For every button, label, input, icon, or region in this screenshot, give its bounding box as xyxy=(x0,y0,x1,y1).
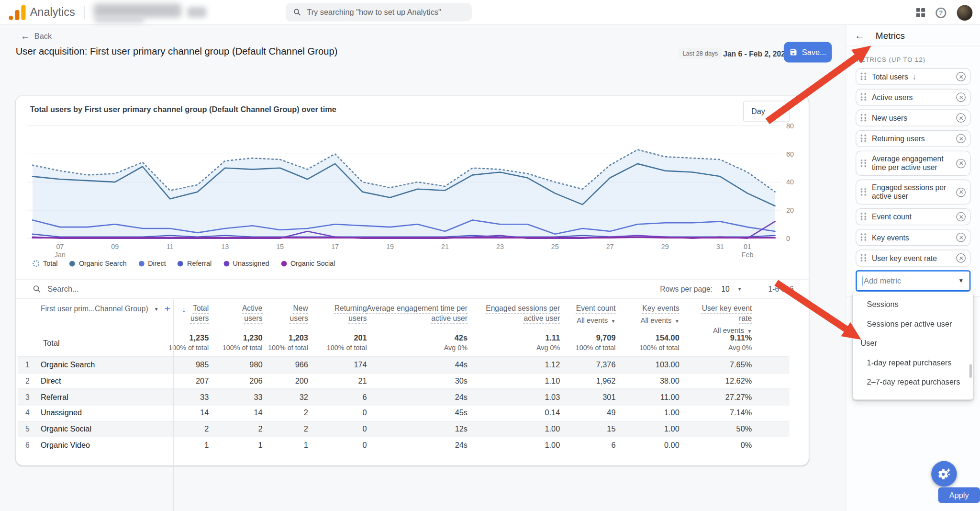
metric-chip-label: Total users xyxy=(872,72,908,81)
legend-item[interactable]: Organic Social xyxy=(281,260,335,267)
report-card: Total users by First user primary channe… xyxy=(16,96,809,466)
drag-handle-icon[interactable] xyxy=(861,93,867,102)
add-metric-placeholder: Add metric xyxy=(864,276,958,285)
table-row[interactable]: 3Referral333332624s1.0330111.0027.27% xyxy=(18,389,790,405)
column-header[interactable]: Key eventsAll events▼ xyxy=(640,303,679,326)
total-cell: 1,230100% of total xyxy=(223,333,263,352)
legend-item[interactable]: Organic Search xyxy=(69,260,126,267)
drag-handle-icon[interactable] xyxy=(861,159,867,167)
dropdown-option[interactable]: 2–7-day repeat purchasers xyxy=(853,372,973,391)
remove-metric-icon[interactable] xyxy=(956,113,966,123)
dropdown-option[interactable]: Sessions xyxy=(853,295,973,314)
column-header[interactable]: Average engagement time per active user xyxy=(367,303,468,323)
remove-metric-icon[interactable] xyxy=(956,253,966,263)
metric-cell: 1.00 xyxy=(664,409,679,417)
dropdown-option[interactable]: 1-day repeat purchasers xyxy=(853,353,973,372)
column-header[interactable]: Total users xyxy=(190,303,209,323)
channel-name: Organic Social xyxy=(41,425,91,433)
drag-handle-icon[interactable] xyxy=(861,135,867,143)
metric-cell: 1.03 xyxy=(545,393,560,401)
drag-handle-icon[interactable] xyxy=(861,213,867,221)
column-header[interactable]: New users xyxy=(290,303,308,323)
panel-back-icon[interactable]: ← xyxy=(854,29,865,42)
row-number: 5 xyxy=(18,425,37,433)
avatar[interactable] xyxy=(957,5,973,21)
remove-metric-icon[interactable] xyxy=(956,134,966,144)
date-range[interactable]: Jan 6 - Feb 2, 2025 xyxy=(723,49,790,58)
metric-chip[interactable]: New users xyxy=(856,110,970,126)
svg-text:27: 27 xyxy=(606,243,614,250)
remove-metric-icon[interactable] xyxy=(956,92,966,102)
help-icon[interactable]: ? xyxy=(935,7,946,18)
dropdown-scrollbar[interactable] xyxy=(969,364,972,378)
metric-chip[interactable]: Key events xyxy=(856,229,970,246)
table-row[interactable]: 5Organic Social222012s1.00151.0050% xyxy=(18,421,790,437)
dimension-header[interactable]: First user prim...Channel Group)▼+ xyxy=(41,303,170,315)
events-filter[interactable]: All events▼ xyxy=(576,315,616,327)
metric-chip[interactable]: Average engagement time per active user xyxy=(856,151,970,176)
metric-chip[interactable]: Active users xyxy=(856,89,970,105)
column-header[interactable]: Active users xyxy=(242,303,263,323)
drag-handle-icon[interactable] xyxy=(861,114,867,122)
rows-per-page-value[interactable]: 10 xyxy=(721,284,729,293)
apply-button[interactable]: Apply xyxy=(938,487,980,503)
table-search-input[interactable]: Search... xyxy=(47,284,78,293)
table-toolbar: Search... Rows per page: 10 ▼ 1-6 of 6 xyxy=(16,279,809,299)
account-selector-redacted[interactable] xyxy=(94,4,181,18)
legend-dot-icon xyxy=(281,261,287,266)
add-metric-caret-icon[interactable]: ▼ xyxy=(958,278,964,284)
property-badge-redacted xyxy=(188,7,206,17)
back-button[interactable]: ←Back xyxy=(21,32,52,41)
table-row[interactable]: 1Organic Search98598096617444s1.127,3761… xyxy=(18,356,790,373)
legend-item[interactable]: Referral xyxy=(178,260,212,267)
metric-chip-label: Event count xyxy=(872,212,912,221)
events-filter[interactable]: All events▼ xyxy=(640,315,679,327)
remove-metric-icon[interactable] xyxy=(956,72,966,81)
add-metric-combobox[interactable]: Add metric ▼ xyxy=(856,270,970,291)
legend-dot-icon xyxy=(178,261,183,266)
remove-metric-icon[interactable] xyxy=(956,212,966,222)
legend-item[interactable]: Total xyxy=(33,260,58,267)
metric-cell: 2 xyxy=(304,409,308,417)
metric-chip[interactable]: Event count xyxy=(856,208,970,225)
legend-dot-icon xyxy=(139,261,145,266)
save-button[interactable]: Save... xyxy=(784,42,832,63)
drag-handle-icon[interactable] xyxy=(861,188,867,196)
svg-text:Jan: Jan xyxy=(55,251,66,259)
legend-item[interactable]: Direct xyxy=(139,260,166,267)
drag-handle-icon[interactable] xyxy=(861,73,867,81)
search-input[interactable]: Try searching "how to set up Analytics" xyxy=(286,3,472,22)
remove-metric-icon[interactable] xyxy=(956,233,966,242)
drag-handle-icon[interactable] xyxy=(861,233,867,241)
table-row[interactable]: 4Unassigned14142045s0.14491.007.14% xyxy=(18,405,790,421)
svg-text:09: 09 xyxy=(111,243,119,250)
rows-per-page-caret-icon[interactable]: ▼ xyxy=(737,286,742,292)
remove-metric-icon[interactable] xyxy=(956,187,966,197)
sort-direction-icon[interactable]: ↓ xyxy=(182,305,186,314)
metric-chip[interactable]: Returning users xyxy=(856,130,970,147)
apps-grid-icon[interactable] xyxy=(916,8,925,17)
metric-cell: 985 xyxy=(196,361,209,369)
insights-fab[interactable] xyxy=(931,461,957,487)
metric-chip[interactable]: User key event rate xyxy=(856,250,970,266)
metric-cell: 49 xyxy=(607,409,615,417)
svg-text:21: 21 xyxy=(441,243,449,250)
chart-legend: TotalOrganic SearchDirectReferralUnassig… xyxy=(33,260,335,267)
table-row[interactable]: 2Direct2072062002130s1.101,96238.0012.62… xyxy=(18,373,790,389)
drag-handle-icon[interactable] xyxy=(861,254,867,262)
analytics-logo-icon[interactable] xyxy=(10,5,26,20)
metric-chip[interactable]: Engaged sessions per active user xyxy=(856,180,970,204)
total-cell: 9.11%Avg 0% xyxy=(728,333,752,352)
table-row[interactable]: 6Organic Video111024s1.0060.000% xyxy=(18,437,790,453)
metric-chip[interactable]: Total users↓ xyxy=(856,68,970,85)
column-header[interactable]: Engaged sessions per active user xyxy=(486,303,560,323)
remove-metric-icon[interactable] xyxy=(956,159,966,168)
table-column-divider xyxy=(173,300,174,511)
legend-item[interactable]: Unassigned xyxy=(223,260,269,267)
dropdown-option[interactable]: Sessions per active user xyxy=(853,314,973,333)
legend-dot-icon xyxy=(69,261,75,266)
date-preset-badge[interactable]: Last 28 days xyxy=(679,48,722,59)
metric-cell: 0 xyxy=(363,425,367,433)
column-header[interactable]: Event countAll events▼ xyxy=(576,303,616,326)
column-header[interactable]: Returning users xyxy=(334,303,367,323)
